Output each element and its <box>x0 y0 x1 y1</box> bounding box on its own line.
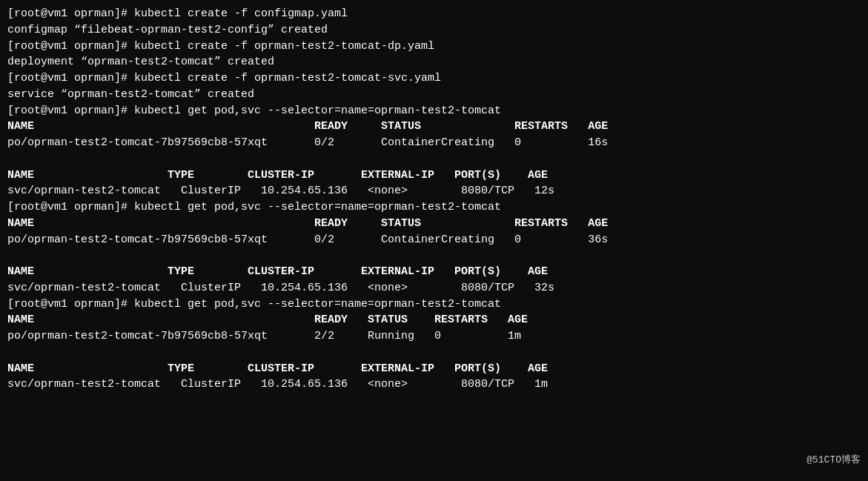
terminal-line-4: [root@vm1 oprman]# kubectl create -f opr… <box>7 70 861 87</box>
terminal-line-2: [root@vm1 oprman]# kubectl create -f opr… <box>7 39 861 55</box>
terminal-line-17: svc/oprman-test2-tomcat ClusterIP 10.254… <box>7 280 861 296</box>
terminal-line-12: [root@vm1 oprman]# kubectl get pod,svc -… <box>7 199 861 216</box>
terminal-line-1: configmap “filebeat-oprman-test2-config”… <box>7 22 861 39</box>
terminal-line-23: svc/oprman-test2-tomcat ClusterIP 10.254… <box>7 376 861 393</box>
terminal-content: [root@vm1 oprman]# kubectl create -f con… <box>7 6 861 393</box>
terminal-line-14: po/oprman-test2-tomcat-7b97569cb8-57xqt … <box>7 232 861 248</box>
terminal-line-19: NAME READY STATUS RESTARTS AGE <box>7 312 861 328</box>
terminal-line-5: service “oprman-test2-tomcat” created <box>7 87 861 103</box>
terminal-line-8: po/oprman-test2-tomcat-7b97569cb8-57xqt … <box>7 135 861 151</box>
watermark: @51CTO博客 <box>806 454 861 468</box>
terminal-line-11: svc/oprman-test2-tomcat ClusterIP 10.254… <box>7 183 861 199</box>
terminal-line-18: [root@vm1 oprman]# kubectl get pod,svc -… <box>7 296 861 313</box>
terminal-line-15 <box>7 248 861 264</box>
terminal-line-6: [root@vm1 oprman]# kubectl get pod,svc -… <box>7 103 861 119</box>
terminal-line-7: NAME READY STATUS RESTARTS AGE <box>7 119 861 135</box>
terminal-line-16: NAME TYPE CLUSTER-IP EXTERNAL-IP PORT(S)… <box>7 264 861 280</box>
terminal-line-9 <box>7 151 861 167</box>
terminal-line-22: NAME TYPE CLUSTER-IP EXTERNAL-IP PORT(S)… <box>7 361 861 377</box>
terminal-line-10: NAME TYPE CLUSTER-IP EXTERNAL-IP PORT(S)… <box>7 167 861 184</box>
terminal-window: [root@vm1 oprman]# kubectl create -f con… <box>0 0 868 481</box>
terminal-line-0: [root@vm1 oprman]# kubectl create -f con… <box>7 6 861 22</box>
terminal-line-13: NAME READY STATUS RESTARTS AGE <box>7 216 861 232</box>
terminal-line-20: po/oprman-test2-tomcat-7b97569cb8-57xqt … <box>7 328 861 345</box>
terminal-line-21 <box>7 345 861 361</box>
terminal-line-3: deployment “oprman-test2-tomcat” created <box>7 54 861 70</box>
